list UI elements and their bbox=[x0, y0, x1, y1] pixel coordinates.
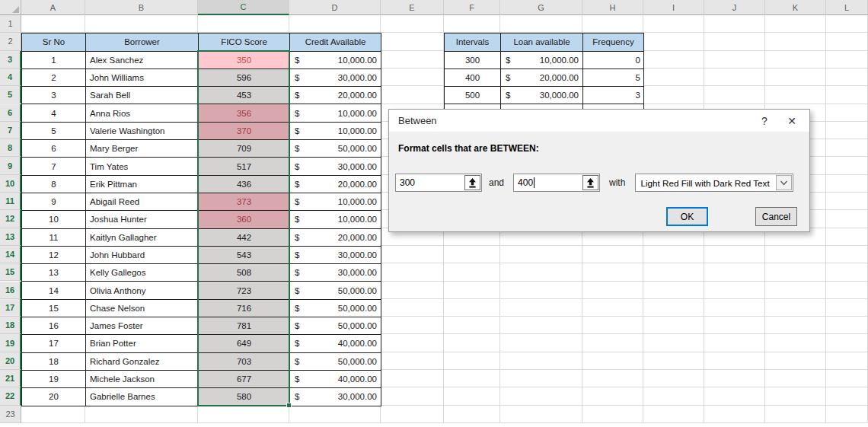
sr-no-cell[interactable]: 16 bbox=[22, 317, 86, 335]
sr-no-cell[interactable]: 6 bbox=[22, 140, 86, 158]
borrower-cell[interactable]: Anna Rios bbox=[86, 104, 199, 122]
fico-score-cell[interactable]: 703 bbox=[199, 353, 290, 371]
row-header-1[interactable]: 1 bbox=[0, 15, 21, 33]
borrower-cell[interactable]: Michele Jackson bbox=[86, 371, 199, 388]
credit-available-cell[interactable]: $50,000.00 bbox=[290, 282, 381, 299]
fico-score-cell[interactable]: 356 bbox=[199, 104, 290, 122]
fico-score-cell[interactable]: 781 bbox=[199, 317, 290, 335]
format-style-dropdown[interactable]: Light Red Fill with Dark Red Text bbox=[635, 174, 793, 192]
credit-available-cell[interactable]: $30,000.00 bbox=[290, 69, 381, 87]
credit-available-cell[interactable]: $10,000.00 bbox=[290, 193, 381, 211]
fico-score-cell[interactable]: 543 bbox=[199, 247, 290, 264]
borrower-cell[interactable]: John Hubbard bbox=[86, 247, 199, 264]
borrower-cell[interactable]: Mary Berger bbox=[86, 140, 199, 158]
row-header-17[interactable]: 17 bbox=[0, 299, 21, 317]
row-header-22[interactable]: 22 bbox=[0, 387, 21, 405]
credit-available-cell[interactable]: $30,000.00 bbox=[290, 158, 381, 175]
row-header-5[interactable]: 5 bbox=[0, 86, 21, 104]
sr-no-cell[interactable]: 13 bbox=[22, 264, 86, 282]
borrower-cell[interactable]: Alex Sanchez bbox=[86, 52, 199, 69]
credit-available-cell[interactable]: $50,000.00 bbox=[290, 353, 381, 371]
header-cell[interactable]: Loan available bbox=[501, 33, 583, 51]
column-header-E[interactable]: E bbox=[381, 0, 444, 15]
fico-score-cell[interactable]: 677 bbox=[199, 371, 290, 388]
min-value-input[interactable]: 300 bbox=[395, 174, 482, 192]
sr-no-cell[interactable]: 9 bbox=[22, 193, 86, 211]
credit-available-cell[interactable]: $50,000.00 bbox=[290, 300, 381, 317]
sr-no-cell[interactable]: 14 bbox=[22, 282, 86, 299]
row-header-19[interactable]: 19 bbox=[0, 334, 21, 352]
sr-no-cell[interactable]: 10 bbox=[22, 211, 86, 228]
loan-available-cell[interactable]: $10,000.00 bbox=[501, 52, 583, 69]
credit-available-cell[interactable]: $30,000.00 bbox=[290, 388, 381, 406]
sr-no-cell[interactable]: 15 bbox=[22, 300, 86, 317]
borrower-cell[interactable]: Brian Potter bbox=[86, 335, 199, 352]
sr-no-cell[interactable]: 2 bbox=[22, 69, 86, 87]
borrower-cell[interactable]: Kaitlyn Gallagher bbox=[86, 229, 199, 247]
interval-cell[interactable]: 500 bbox=[445, 87, 501, 104]
row-header-8[interactable]: 8 bbox=[0, 139, 21, 157]
borrower-cell[interactable]: John Williams bbox=[86, 69, 199, 87]
sr-no-cell[interactable]: 3 bbox=[22, 87, 86, 104]
loan-available-cell[interactable]: $20,000.00 bbox=[501, 69, 583, 87]
fico-score-cell[interactable]: 723 bbox=[199, 282, 290, 299]
fico-score-cell[interactable]: 649 bbox=[199, 335, 290, 352]
row-header-9[interactable]: 9 bbox=[0, 157, 21, 174]
borrower-cell[interactable]: Olivia Anthony bbox=[86, 282, 199, 299]
fico-score-cell[interactable]: 517 bbox=[199, 158, 290, 175]
collapse-dialog-button-min[interactable] bbox=[464, 175, 480, 190]
credit-available-cell[interactable]: $20,000.00 bbox=[290, 87, 381, 104]
row-header-6[interactable]: 6 bbox=[0, 104, 21, 122]
row-header-10[interactable]: 10 bbox=[0, 175, 21, 193]
credit-available-cell[interactable]: $10,000.00 bbox=[290, 211, 381, 228]
column-header-L[interactable]: L bbox=[826, 0, 868, 15]
credit-available-cell[interactable]: $30,000.00 bbox=[290, 264, 381, 282]
fico-score-cell[interactable]: 716 bbox=[199, 300, 290, 317]
credit-available-cell[interactable]: $10,000.00 bbox=[290, 123, 381, 140]
sr-no-cell[interactable]: 20 bbox=[22, 388, 86, 406]
header-cell[interactable]: Frequency bbox=[583, 33, 644, 51]
row-header-4[interactable]: 4 bbox=[0, 69, 21, 86]
fico-score-cell[interactable]: 453 bbox=[199, 87, 290, 104]
credit-available-cell[interactable]: $20,000.00 bbox=[290, 176, 381, 193]
fico-score-cell[interactable]: 436 bbox=[199, 176, 290, 193]
row-header-12[interactable]: 12 bbox=[0, 210, 21, 228]
header-cell[interactable]: Sr No bbox=[22, 33, 86, 51]
column-header-C[interactable]: C bbox=[198, 0, 289, 15]
fico-score-cell[interactable]: 442 bbox=[199, 229, 290, 247]
row-header-20[interactable]: 20 bbox=[0, 352, 21, 370]
row-header-21[interactable]: 21 bbox=[0, 370, 21, 387]
column-header-I[interactable]: I bbox=[643, 0, 704, 15]
credit-available-cell[interactable]: $10,000.00 bbox=[290, 52, 381, 69]
fico-score-cell[interactable]: 596 bbox=[199, 69, 290, 87]
fico-score-cell[interactable]: 350 bbox=[199, 52, 290, 69]
max-value-input[interactable]: 400 bbox=[513, 174, 600, 192]
sr-no-cell[interactable]: 5 bbox=[22, 123, 86, 140]
column-header-A[interactable]: A bbox=[21, 0, 85, 15]
close-icon[interactable]: ✕ bbox=[787, 115, 797, 127]
column-header-H[interactable]: H bbox=[582, 0, 643, 15]
dropdown-button[interactable] bbox=[776, 175, 792, 190]
row-header-13[interactable]: 13 bbox=[0, 228, 21, 246]
interval-cell[interactable]: 300 bbox=[445, 52, 501, 69]
borrower-cell[interactable]: Gabrielle Barnes bbox=[86, 388, 199, 406]
column-header-G[interactable]: G bbox=[500, 0, 582, 15]
row-header-23[interactable]: 23 bbox=[0, 406, 21, 423]
row-header-15[interactable]: 15 bbox=[0, 263, 21, 281]
row-header-2[interactable]: 2 bbox=[0, 33, 21, 50]
sr-no-cell[interactable]: 8 bbox=[22, 176, 86, 193]
sr-no-cell[interactable]: 18 bbox=[22, 353, 86, 371]
column-header-J[interactable]: J bbox=[704, 0, 765, 15]
row-header-11[interactable]: 11 bbox=[0, 193, 21, 210]
row-header-14[interactable]: 14 bbox=[0, 246, 21, 263]
help-button[interactable]: ? bbox=[759, 115, 770, 127]
interval-cell[interactable]: 400 bbox=[445, 69, 501, 87]
credit-available-cell[interactable]: $30,000.00 bbox=[290, 247, 381, 264]
header-cell[interactable]: FICO Score bbox=[199, 33, 290, 51]
dialog-titlebar[interactable]: Between ? ✕ bbox=[389, 110, 809, 132]
fico-score-cell[interactable]: 709 bbox=[199, 140, 290, 158]
row-header-7[interactable]: 7 bbox=[0, 122, 21, 139]
fico-score-cell[interactable]: 370 bbox=[199, 123, 290, 140]
fico-score-cell[interactable]: 508 bbox=[199, 264, 290, 282]
sr-no-cell[interactable]: 4 bbox=[22, 104, 86, 122]
